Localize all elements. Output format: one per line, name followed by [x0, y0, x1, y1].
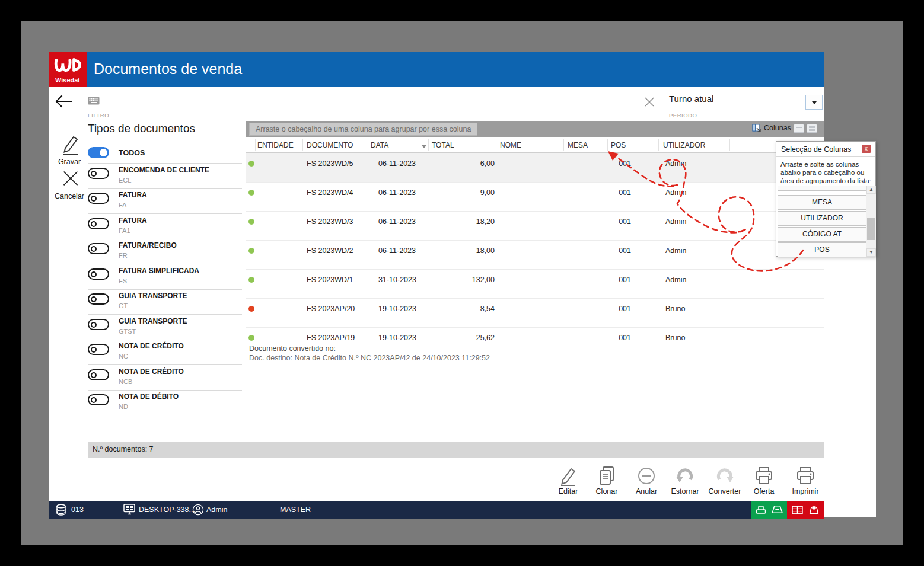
divider [302, 139, 303, 151]
col-documento[interactable]: DOCUMENTO [307, 141, 353, 149]
filter-underline [88, 110, 658, 110]
cell-total: 25,62 [404, 334, 495, 342]
toggle-nd[interactable] [88, 394, 109, 405]
toggle-todos[interactable] [88, 147, 109, 158]
group-by-hint: Arraste o cabeçalho de uma coluna para a… [249, 123, 477, 136]
user-name: Admin [206, 501, 227, 519]
popup-column-item[interactable]: NOME [778, 186, 866, 191]
popup-column-item[interactable]: MESA [778, 195, 866, 210]
cash-drawer-icon[interactable] [771, 505, 783, 514]
clone-button[interactable] [597, 466, 617, 486]
popup-column-list: NOME MESA UTILIZADOR CÓDIGO AT POS [777, 186, 866, 257]
toggle-knob [91, 322, 97, 328]
columns-button[interactable]: Colunas [764, 124, 791, 132]
scrollbar-thumb[interactable] [867, 218, 875, 240]
collapse-groups-icon[interactable] [794, 124, 804, 133]
status-dot-green [248, 335, 254, 341]
clear-filter-icon[interactable] [643, 96, 655, 108]
back-arrow-button[interactable] [55, 94, 72, 109]
cell-documento: FS 2023AP/20 [307, 305, 355, 313]
toggle-ncb[interactable] [88, 369, 109, 380]
table-row[interactable]: FS 2023WD/1 31-10-2023 132,00 001 Admin [246, 269, 824, 298]
col-total[interactable]: TOTAL [432, 141, 454, 149]
table-row[interactable]: FS 2023AP/20 19-10-2023 8,54 001 Bruno [246, 298, 824, 327]
columns-icon [752, 123, 761, 133]
expand-groups-icon[interactable] [807, 124, 817, 133]
cell-total: 18,00 [404, 247, 495, 255]
cell-utilizador: Admin [665, 159, 686, 168]
doc-type-code: ND [119, 403, 128, 410]
toggle-fa[interactable] [88, 193, 109, 204]
status-dot-green [248, 277, 254, 283]
col-mesa[interactable]: MESA [568, 141, 588, 149]
table-row[interactable]: FS 2023WD/2 06-11-2023 18,00 001 Admin [246, 240, 824, 269]
table-row[interactable]: FS 2023AP/19 19-10-2023 25,62 001 Bruno … [246, 327, 824, 360]
toggle-gt[interactable] [88, 293, 109, 305]
period-dropdown-button[interactable] [805, 95, 823, 110]
divider [563, 139, 564, 151]
divider [88, 314, 242, 315]
edit-button[interactable] [558, 466, 578, 486]
printer-status-icon[interactable] [755, 504, 767, 515]
popup-hint-line2: abaixo para o cabeçalho ou [780, 168, 864, 177]
doc-type-code: GTST [119, 328, 136, 335]
divider [88, 188, 242, 189]
toggle-fs[interactable] [88, 268, 109, 280]
table-row[interactable]: FS 2023WD/5 06-11-2023 6,00 001 Admin [246, 153, 824, 182]
col-utilizador[interactable]: UTILIZADOR [663, 141, 705, 149]
cancel-button[interactable] [62, 170, 79, 187]
period-label: PERÍODO [669, 112, 697, 119]
period-select-value[interactable]: Turno atual [669, 94, 713, 104]
page-title: Documentos de venda [94, 60, 242, 78]
popup-column-item[interactable]: POS [778, 242, 866, 257]
toggle-fa1[interactable] [88, 218, 109, 229]
divider [255, 139, 256, 151]
cell-pos: 001 [594, 334, 631, 342]
table-row[interactable]: FS 2023WD/3 06-11-2023 18,20 001 Admin [246, 211, 824, 240]
col-entidade[interactable]: ENTIDADE [257, 141, 294, 149]
reverse-button[interactable] [675, 466, 695, 486]
toggle-knob [91, 347, 97, 353]
status-dot-green [248, 248, 254, 254]
print-button[interactable] [795, 466, 815, 486]
column-chooser-popup: Selecção de Colunas x Arraste e solte as… [776, 141, 876, 257]
col-nome[interactable]: NOME [500, 141, 521, 149]
toggle-knob [91, 296, 97, 302]
toggle-nc[interactable] [88, 344, 109, 355]
save-button[interactable] [60, 134, 81, 155]
close-icon[interactable]: x [862, 145, 871, 153]
toggle-knob [91, 397, 97, 403]
cell-documento: FS 2023WD/2 [307, 247, 353, 255]
display-grid-icon[interactable] [792, 506, 803, 514]
cell-total: 9,00 [404, 188, 495, 197]
toggle-ecl[interactable] [88, 168, 109, 179]
filter-input[interactable] [103, 94, 637, 109]
void-button[interactable] [636, 466, 657, 486]
scroll-up-icon[interactable]: ▲ [866, 186, 876, 194]
cell-documento: FS 2023WD/4 [307, 188, 353, 197]
scroll-down-icon[interactable]: ▼ [866, 248, 876, 257]
icon-bar [809, 129, 815, 131]
status-bar: 013 DESKTOP-338... Admin MASTER [49, 501, 824, 519]
doc-type-code: ECL [119, 177, 131, 184]
scale-icon[interactable] [808, 504, 820, 515]
gift-print-button-label: Oferta [746, 487, 782, 495]
doc-type-name: ENCOMENDA DE CLIENTE [119, 166, 209, 174]
divider [88, 163, 242, 164]
col-data[interactable]: DATA [371, 141, 388, 149]
gift-print-button[interactable] [754, 466, 774, 486]
popup-column-item[interactable]: UTILIZADOR [778, 211, 866, 226]
cell-total: 6,00 [404, 159, 495, 168]
toggle-knob [100, 149, 107, 156]
computer-icon [123, 504, 135, 515]
col-pos[interactable]: POS [611, 141, 626, 149]
toggle-gtst[interactable] [88, 319, 109, 330]
popup-scrollbar[interactable]: ▲ ▼ [866, 186, 876, 257]
keyboard-icon[interactable] [88, 97, 100, 105]
divider [88, 415, 242, 415]
table-row[interactable]: FS 2023WD/4 06-11-2023 9,00 001 Admin [246, 182, 824, 211]
toggle-fr[interactable] [88, 243, 109, 254]
popup-column-item[interactable]: CÓDIGO AT [778, 227, 866, 242]
toggle-knob [91, 196, 97, 202]
convert-button[interactable] [715, 466, 735, 486]
